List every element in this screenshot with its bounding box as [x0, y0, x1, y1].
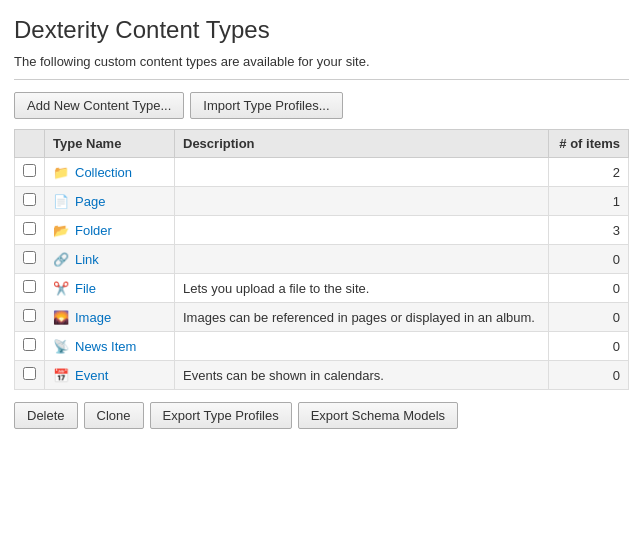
column-count: # of items — [549, 130, 629, 158]
checkbox-page[interactable] — [23, 193, 36, 206]
description-image: Images can be referenced in pages or dis… — [175, 303, 549, 332]
news-item-icon: 📡 — [53, 338, 69, 354]
description-page — [175, 187, 549, 216]
checkbox-news-item[interactable] — [23, 338, 36, 351]
count-page: 1 — [549, 187, 629, 216]
collection-icon: 📁 — [53, 164, 69, 180]
description-news-item — [175, 332, 549, 361]
count-news-item: 0 — [549, 332, 629, 361]
import-type-profiles-button[interactable]: Import Type Profiles... — [190, 92, 342, 119]
description-folder — [175, 216, 549, 245]
type-name-event: Event — [75, 368, 108, 383]
checkbox-link[interactable] — [23, 251, 36, 264]
footer-toolbar: Delete Clone Export Type Profiles Export… — [14, 402, 629, 429]
column-description: Description — [175, 130, 549, 158]
table-row: 📁Collection2 — [15, 158, 629, 187]
checkbox-folder[interactable] — [23, 222, 36, 235]
folder-icon: 📂 — [53, 222, 69, 238]
column-check — [15, 130, 45, 158]
page-title: Dexterity Content Types — [14, 16, 629, 44]
table-header-row: Type Name Description # of items — [15, 130, 629, 158]
type-link-event[interactable]: 📅Event — [53, 367, 166, 383]
type-link-page[interactable]: 📄Page — [53, 193, 166, 209]
table-row: 📄Page1 — [15, 187, 629, 216]
export-schema-button[interactable]: Export Schema Models — [298, 402, 458, 429]
checkbox-event[interactable] — [23, 367, 36, 380]
type-link-link[interactable]: 🔗Link — [53, 251, 166, 267]
count-image: 0 — [549, 303, 629, 332]
page-subtitle: The following custom content types are a… — [14, 54, 629, 80]
file-icon: ✂️ — [53, 280, 69, 296]
table-row: 📡News Item0 — [15, 332, 629, 361]
checkbox-image[interactable] — [23, 309, 36, 322]
link-icon: 🔗 — [53, 251, 69, 267]
page-icon: 📄 — [53, 193, 69, 209]
type-link-news-item[interactable]: 📡News Item — [53, 338, 166, 354]
table-row: ✂️FileLets you upload a file to the site… — [15, 274, 629, 303]
type-name-file: File — [75, 281, 96, 296]
type-name-link: Link — [75, 252, 99, 267]
table-row: 📅EventEvents can be shown in calendars.0 — [15, 361, 629, 390]
count-collection: 2 — [549, 158, 629, 187]
column-type-name: Type Name — [45, 130, 175, 158]
delete-button[interactable]: Delete — [14, 402, 78, 429]
type-name-news-item: News Item — [75, 339, 136, 354]
event-icon: 📅 — [53, 367, 69, 383]
table-row: 🔗Link0 — [15, 245, 629, 274]
checkbox-file[interactable] — [23, 280, 36, 293]
table-row: 📂Folder3 — [15, 216, 629, 245]
type-name-folder: Folder — [75, 223, 112, 238]
count-link: 0 — [549, 245, 629, 274]
type-link-file[interactable]: ✂️File — [53, 280, 166, 296]
export-profiles-button[interactable]: Export Type Profiles — [150, 402, 292, 429]
count-file: 0 — [549, 274, 629, 303]
type-name-image: Image — [75, 310, 111, 325]
type-name-page: Page — [75, 194, 105, 209]
clone-button[interactable]: Clone — [84, 402, 144, 429]
add-content-type-button[interactable]: Add New Content Type... — [14, 92, 184, 119]
page-wrapper: Dexterity Content Types The following cu… — [0, 0, 643, 443]
description-link — [175, 245, 549, 274]
count-event: 0 — [549, 361, 629, 390]
count-folder: 3 — [549, 216, 629, 245]
type-link-image[interactable]: 🌄Image — [53, 309, 166, 325]
top-toolbar: Add New Content Type... Import Type Prof… — [14, 92, 629, 119]
description-collection — [175, 158, 549, 187]
type-link-folder[interactable]: 📂Folder — [53, 222, 166, 238]
table-body: 📁Collection2📄Page1📂Folder3🔗Link0✂️FileLe… — [15, 158, 629, 390]
description-event: Events can be shown in calendars. — [175, 361, 549, 390]
table-row: 🌄ImageImages can be referenced in pages … — [15, 303, 629, 332]
image-icon: 🌄 — [53, 309, 69, 325]
type-link-collection[interactable]: 📁Collection — [53, 164, 166, 180]
checkbox-collection[interactable] — [23, 164, 36, 177]
type-name-collection: Collection — [75, 165, 132, 180]
content-types-table: Type Name Description # of items 📁Collec… — [14, 129, 629, 390]
description-file: Lets you upload a file to the site. — [175, 274, 549, 303]
